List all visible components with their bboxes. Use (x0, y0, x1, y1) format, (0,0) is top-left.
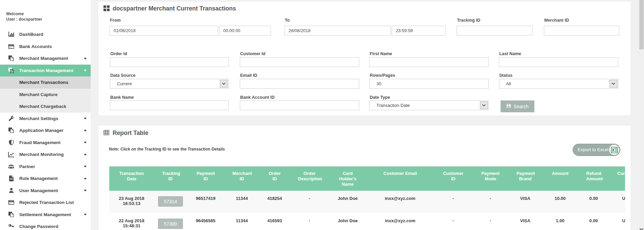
file-text-icon (8, 176, 14, 182)
from-date-input[interactable] (110, 26, 218, 36)
key-icon (8, 224, 14, 230)
caret-down-icon (84, 178, 87, 180)
chevron-down-icon (610, 80, 617, 88)
merchant-id-label: Merchant ID (544, 18, 569, 23)
cell-customer-email: inxx@xyz.com (366, 213, 434, 230)
bank-account-id-label: Bank Account ID (240, 95, 275, 100)
copy-icon (8, 128, 14, 134)
report-table: Transaction DateTracking IDPayment IDMer… (109, 166, 625, 230)
from-label: From (110, 18, 121, 23)
to-date-input[interactable] (284, 26, 391, 36)
caret-down-icon (84, 190, 87, 191)
tracking-id-input[interactable] (457, 26, 532, 36)
wrench-icon (8, 115, 14, 121)
last-name-label: Last Name (499, 51, 521, 56)
cell-payment-mode: - (473, 191, 508, 213)
cell-payment-brand: VISA (508, 213, 542, 230)
sidebar-item-merchant-transactions[interactable]: Merchant Transactions (0, 76, 91, 89)
sidebar-item-merchant-management[interactable]: Merchant Management (0, 52, 91, 65)
caret-down-icon (84, 58, 87, 60)
welcome-user: User : docspartner (6, 17, 42, 22)
sidebar-item-bank-accounts[interactable]: Bank Accounts (0, 41, 91, 53)
cell-tracking-id: 57314 (154, 191, 187, 213)
sidebar-item-user-management[interactable]: User Management (0, 185, 91, 197)
sidebar-item-label: DashBoard (19, 32, 43, 37)
tracking-id-label: Tracking ID (457, 18, 480, 23)
sidebar-item-label: Partner (19, 164, 35, 169)
scroll-down-arrow-icon[interactable] (639, 227, 644, 230)
sidebar-item-merchant-chargeback[interactable]: Merchant Chargeback (0, 100, 91, 113)
report-table-body: 23 Aug 201816:53:13573149651741911344418… (109, 191, 625, 230)
scrollbar-thumb[interactable] (639, 0, 644, 49)
report-table-container: Transaction DateTracking IDPayment IDMer… (109, 166, 625, 230)
column-header-order-id: Order ID (259, 166, 290, 191)
first-name-input[interactable] (369, 57, 489, 67)
order-id-input[interactable] (110, 57, 229, 67)
chevron-down-icon (220, 80, 228, 88)
user-icon (8, 187, 14, 193)
sidebar-item-rule-management[interactable]: Rule Management (0, 172, 91, 185)
sidebar-item-label: Merchant Capture (19, 92, 58, 97)
report-table-header-row: Transaction DateTracking IDPayment IDMer… (109, 166, 625, 191)
cell-currency: USD (609, 213, 625, 230)
sidebar-item-label: User Management (19, 188, 58, 193)
bank-account-id-input[interactable] (240, 100, 359, 110)
to-time-input[interactable] (392, 26, 446, 36)
cell-order-id: 416593 (259, 213, 290, 230)
welcome-block: Welcome User : docspartner (6, 11, 42, 22)
export-button-label: Export to Excel (578, 147, 608, 152)
credit-card-icon (8, 200, 14, 206)
cell-order-description: - (290, 191, 329, 213)
column-header-amount: Amount (542, 166, 578, 191)
column-header-customer-id: Customer ID (434, 166, 473, 191)
sidebar-item-label: Transaction Management (19, 68, 73, 73)
sidebar-item-application-manager[interactable]: Application Manager (0, 124, 91, 137)
sidebar-item-rejected-transaction-list[interactable]: Rejected Transaction List (0, 197, 91, 209)
sidebar-item-dashboard[interactable]: DashBoard (0, 28, 91, 41)
table-row: 23 Aug 201816:53:13573149651741911344418… (109, 191, 625, 213)
sidebar-item-merchant-monitoring[interactable]: Merchant Monitoring (0, 148, 91, 161)
sidebar-item-merchant-settings[interactable]: Merchant Settings (0, 113, 91, 125)
email-id-label: Email ID (240, 73, 257, 78)
column-header-order-description: Order Description (290, 166, 329, 191)
note-text: Note: Click on the Tracking ID to see th… (109, 147, 225, 152)
customer-id-input[interactable] (240, 57, 359, 67)
sidebar-item-merchant-capture[interactable]: Merchant Capture (0, 89, 91, 101)
data-source-select[interactable]: Current (110, 79, 229, 89)
tracking-id-button[interactable]: 57300 (158, 218, 183, 229)
export-to-excel-button[interactable]: Export to Excel (573, 144, 620, 156)
last-name-input[interactable] (499, 57, 618, 67)
merchant-id-input[interactable] (544, 26, 619, 36)
cell-payment-id: 96456585 (187, 213, 224, 230)
search-button[interactable]: Search (501, 100, 534, 112)
sidebar-item-label: Rejected Transaction List (19, 200, 74, 205)
page-title: docspartner Merchant Current Transaction… (104, 5, 236, 12)
sidebar-item-change-password[interactable]: Change Password (0, 221, 91, 230)
email-id-input[interactable] (240, 79, 359, 89)
column-header-payment-mode: Payment Mode (473, 166, 508, 191)
cell-currency: USD (609, 191, 625, 213)
sidebar-item-partner[interactable]: Partner (0, 161, 91, 173)
tracking-id-button[interactable]: 57314 (158, 196, 183, 207)
date-type-select[interactable]: Transaction Date (369, 100, 489, 110)
chart-bar-icon (8, 31, 14, 38)
rows-pages-input[interactable] (369, 79, 489, 89)
caret-down-icon (84, 154, 87, 156)
sidebar-item-transaction-management[interactable]: Transaction Management (0, 65, 91, 77)
save-icon (506, 104, 511, 109)
status-select[interactable]: All (499, 79, 618, 89)
search-button-label: Search (513, 104, 528, 109)
filter-panel: docspartner Merchant Current Transaction… (98, 2, 630, 115)
vertical-scrollbar[interactable] (639, 0, 644, 230)
column-header-refund-amount: Refund Amount (578, 166, 609, 191)
caret-down-icon (84, 130, 87, 132)
sidebar-item-settlement-management[interactable]: Settlement Management (0, 209, 91, 221)
from-time-input[interactable] (219, 26, 271, 36)
cell-customer-id: - (434, 191, 473, 213)
cell-merchant-id: 11344 (224, 191, 259, 213)
cell-payment-brand: VISA (508, 191, 542, 213)
sidebar-item-fraud-management[interactable]: Fraud Management (0, 137, 91, 149)
bank-name-label: Bank Name (110, 95, 134, 100)
line-chart-icon (8, 152, 14, 158)
bank-name-input[interactable] (110, 100, 229, 110)
